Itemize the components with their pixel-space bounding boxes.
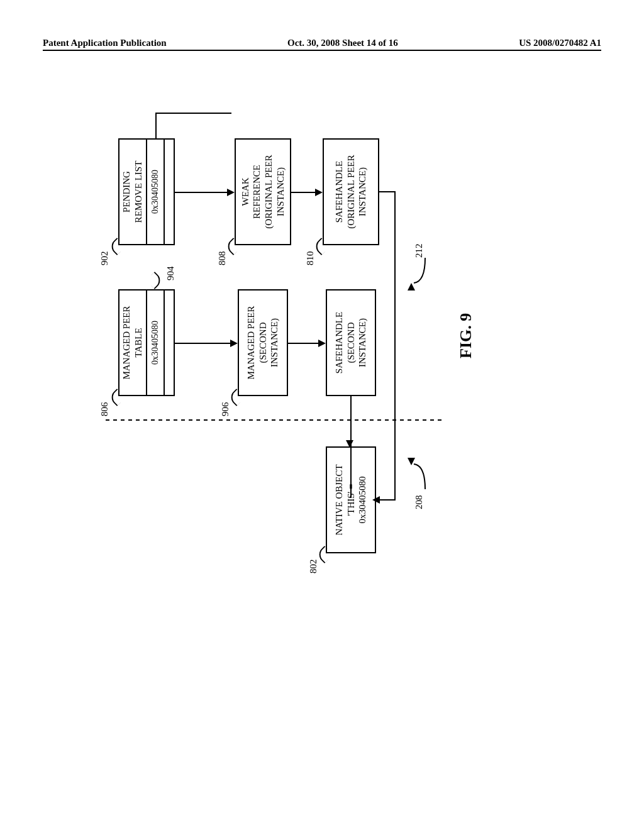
header-right: US 2008/0270482 A1 <box>519 38 601 48</box>
ref-806: 806 <box>99 402 110 417</box>
zone-208-arrow <box>408 458 415 465</box>
safehandle-second-box: SAFEHANDLE(SECONDINSTANCE) <box>326 289 376 396</box>
ref-802: 802 <box>308 560 319 574</box>
zone-212-arrow <box>408 283 415 290</box>
safehandle-original-box: SAFEHANDLE(ORIGINAL PEERINSTANCE) <box>323 138 379 245</box>
pending-remove-entry: 0x30405080 <box>146 138 165 245</box>
ref-902: 902 <box>99 252 110 266</box>
conn-sho-to-native <box>376 189 401 503</box>
figure-9-diagram: MANAGED PEERTABLE 0x30405080 806 PENDING… <box>43 82 601 742</box>
pending-remove-blank <box>164 138 175 245</box>
arrow-mpt-to-mp2 <box>230 340 238 347</box>
weak-reference-box: WEAKREFERENCE(ORIGINAL PEERINSTANCE) <box>235 138 291 245</box>
managed-peer-table-box: MANAGED PEERTABLE <box>118 289 147 396</box>
conn-prl-entry-right <box>156 101 238 138</box>
managed-peer-table-blank <box>164 289 175 396</box>
conn-prl-to-wr <box>175 191 235 194</box>
arrow-wr-to-sho <box>315 189 323 196</box>
conn-mpt-to-mp2 <box>175 342 238 345</box>
managed-peer-table-entry: 0x30405080 <box>146 289 165 396</box>
arrow-mp2-to-sh2 <box>318 340 326 347</box>
ref-212: 212 <box>414 244 425 258</box>
arrow-sho-to-native <box>372 496 380 504</box>
callout-arc-904 <box>146 272 164 289</box>
ref-904: 904 <box>165 267 176 281</box>
ref-808: 808 <box>217 252 228 266</box>
diagram-rotated-canvas: MANAGED PEERTABLE 0x30405080 806 PENDING… <box>118 6 521 547</box>
ref-810: 810 <box>305 252 316 266</box>
pending-remove-list-box: PENDINGREMOVE LIST <box>118 138 147 245</box>
zone-208-hook <box>413 451 428 489</box>
ref-208: 208 <box>414 495 425 510</box>
managed-peer-second-box: MANAGED PEER(SECONDINSTANCE) <box>238 289 288 396</box>
ref-906: 906 <box>220 402 231 417</box>
figure-label: FIG. 9 <box>457 313 475 358</box>
arrow-sh2-to-native <box>346 440 353 448</box>
conn-sh2-to-native <box>350 396 352 503</box>
arrow-prl-to-wr <box>227 189 235 196</box>
